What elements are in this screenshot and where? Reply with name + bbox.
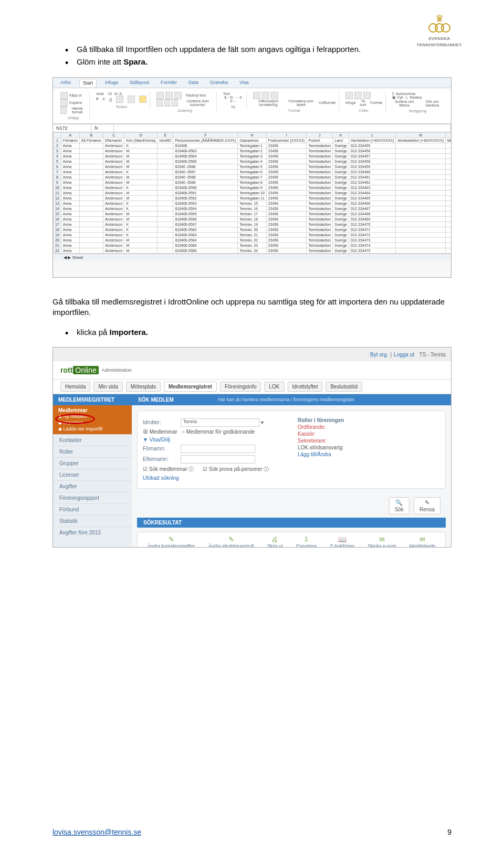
cells-fmt: Format (370, 101, 382, 104)
screenshot-idrottonline: Byt org. | Logga ut TS - Tennis rottOnli… (52, 347, 452, 548)
excel-tab-granska: Granska (207, 79, 231, 87)
excel-tab-start: Start (79, 79, 97, 87)
io-tool-3: ⇩Exportera (296, 535, 317, 548)
excel-tab-infoga: Infoga (102, 79, 121, 87)
align-wrap: Radbryt text (186, 93, 206, 97)
role-2: Sekreterare: (298, 438, 440, 444)
io-tool-6: ✉Meddelande (410, 535, 436, 548)
io-side-box: Medlemmar ◆ Ny medlem ◆ Importera ◆ Ladd… (53, 405, 132, 434)
io-context: TS - Tennis (419, 352, 446, 358)
io-side-title: MEDLEMSREGISTRET (53, 394, 132, 405)
sheet-tab: Sheet (72, 255, 83, 260)
styles-table: Formatera som tabell (288, 99, 314, 107)
io-side-item-1: Roller (53, 446, 132, 457)
excel-tab-formler: Formler (158, 79, 180, 87)
excel-sheet: ABCDEFHIJKLMNOP 1FörnamnAlt.FörnamnEfter… (53, 132, 452, 254)
lbl-idrotter: Idrotter: (143, 419, 181, 425)
excel-tabs: ArkivStartInfogaSidlayoutFormlerDataGran… (53, 78, 451, 88)
ribbon-number: Text $ - % · ←0 0→ Tal (220, 92, 247, 109)
styles-cell: Cellformat (319, 101, 335, 104)
font-name: Arial (96, 92, 103, 96)
bullet-1: Gå tillbaka till Importfilen och uppdate… (65, 44, 452, 55)
chk-sokmed: Sök medlemmar (149, 466, 187, 472)
edit-fill: Fyll (397, 96, 403, 99)
io-nav-2: Mötesplats (126, 382, 161, 392)
ribbon-editing: Σ Autosumma ▣ Fyll ◇ Radera Sortera och … (389, 92, 447, 113)
edit-label: Redigering (392, 109, 444, 113)
ribbon-font: Arial 10 A^ A F K U Tecken (93, 92, 150, 109)
screenshot-excel: ArkivStartInfogaSidlayoutFormlerDataGran… (52, 77, 452, 278)
io-tool-5: ✉Skicka e-post (368, 535, 396, 548)
cell-selector: N172 (53, 124, 91, 132)
excel-tab-visa: Visa (236, 79, 251, 87)
io-nav-0: Hemsida (60, 382, 90, 392)
io-side-item-3: Licenser (53, 469, 132, 480)
role-1: Kassör: (298, 431, 440, 437)
io-nav-7: Beslutsstöd (326, 382, 362, 392)
io-nav-4: Föreningsinfo (220, 382, 261, 392)
bullet-2-pre: Glöm inte att (77, 57, 123, 66)
lbl-efternamn: Efternamn: (143, 456, 181, 462)
io-box-ladda: Ladda ner importfil (64, 426, 103, 432)
io-side-item-6: Förbund (53, 503, 132, 515)
excel-tab-data: Data (185, 79, 202, 87)
io-bar-title: SÖK MEDLEM (138, 397, 174, 403)
styles-cond: Villkorsstyrd formatering (253, 99, 284, 107)
io-logo-b: Online (73, 366, 98, 374)
cells-del: Ta bort (360, 99, 366, 107)
io-logo-a: rott (60, 366, 72, 374)
io-box-head: Medlemmar (58, 407, 127, 413)
bullet-2: Glöm inte att Spara. (65, 57, 452, 67)
io-nav: HemsidaMin sidaMötesplatsMedlemsregistre… (53, 380, 451, 394)
cells-label: Celler (345, 109, 382, 112)
io-side-item-4: Avgifter (53, 480, 132, 492)
io-side-item-7: Statistik (53, 515, 132, 527)
clip-cut: Klipp ut (69, 93, 81, 97)
io-nav-6: Idrottslyftet (288, 382, 323, 392)
clip-format: Hämta format (68, 107, 87, 114)
font-label: Tecken (96, 105, 146, 109)
bullet-3: klicka på Importera. (65, 327, 452, 338)
io-main: SÖK MEDLEMHär kan du hantera medlemmarna… (132, 394, 451, 548)
io-side-item-0: Kontakter (53, 434, 132, 446)
brand-logo: ♛ SVENSKA TENNISFÖRBUNDET (416, 13, 462, 47)
btn-rensa: ✎Rensa (414, 497, 440, 514)
excel-tab-sidlayout: Sidlayout (127, 79, 152, 87)
clip-copy: Kopiera (69, 101, 82, 104)
io-bar-desc: Här kan du hantera medlemmarna i förenin… (186, 397, 445, 403)
crown-icon: ♛ (416, 13, 462, 24)
roles-header: Roller i föreningen (298, 417, 440, 423)
page-number: 9 (447, 828, 452, 836)
io-side-item-2: Grupper (53, 457, 132, 469)
radio-medlemmar: Medlemmar (150, 429, 177, 435)
io-logo-c: Administration (102, 367, 132, 373)
role-0: Ordförande: (298, 424, 440, 430)
val-idrotter: Tennis (181, 418, 259, 427)
bullet-2-bold: Spara. (123, 57, 148, 66)
io-resbar: SÖKRESULTAT (137, 518, 446, 528)
io-byt-org: Byt org. (370, 352, 388, 358)
ribbon-clipboard: Klipp ut Kopiera Hämta format Urklipp (57, 92, 90, 120)
lbl-fornamn: Förnamn: (143, 446, 181, 451)
io-side-item-8: Avgifter före 2013 (53, 527, 132, 538)
io-tool-2: 🖨Skriv ut (267, 535, 283, 548)
footer-email[interactable]: lovisa.svensson@tennis.se (52, 828, 141, 836)
ribbon-cells: Infoga Ta bort Format Celler (342, 92, 386, 112)
num-label: Tal (223, 105, 243, 109)
clip-label: Urklipp (60, 116, 86, 120)
io-nav-3: Medlemsregistret (164, 382, 217, 392)
edit-clear: Radera (410, 96, 422, 99)
ribbon-styles: Villkorsstyrd formatering Formatera som … (250, 92, 339, 112)
io-logout: Logga ut (394, 352, 414, 358)
paragraph: Gå tillbaka till medlemsregistret i Idro… (52, 297, 452, 318)
align-merge: Centrera över kolumner (182, 99, 213, 107)
align-label: Justering (156, 109, 213, 112)
role-3: LOK-stödsansvarig: (298, 445, 344, 450)
io-nav-5: LOK (264, 382, 284, 392)
bullet-3-bold: Importera. (110, 328, 148, 337)
io-side-item-5: Föreningsrapport (53, 492, 132, 503)
io-tool-4: 📖E-bokföring (330, 535, 354, 548)
chk-prova: Sök prova på-personer (209, 466, 262, 472)
btn-sok: 🔍Sök (389, 497, 410, 514)
edit-sum: Autosumma (396, 92, 415, 96)
